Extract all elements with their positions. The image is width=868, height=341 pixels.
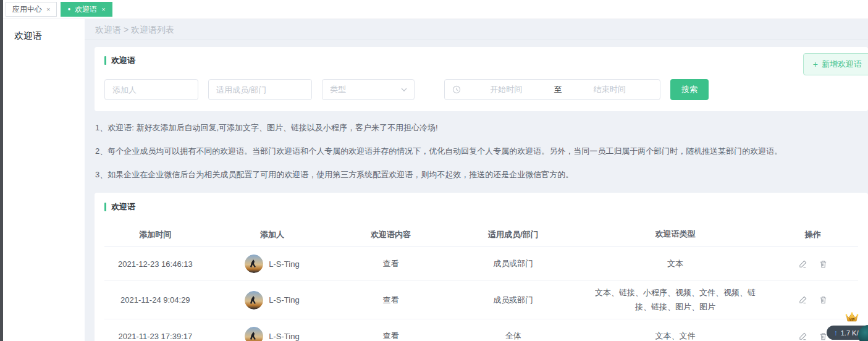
edit-icon[interactable] [798,295,807,305]
adder-name: L-S-Ting [269,332,299,341]
table-header-row: 添加时间 添加人 欢迎语内容 适用成员/部门 欢迎语类型 操作 [104,222,858,247]
edit-icon[interactable] [798,259,807,269]
cell-type: 文本、文件 [583,329,768,341]
table-row: 2021-12-23 16:46:13 L-S-Ting 查看 成员或部门 文本 [104,247,858,281]
cell-time: 2021-11-23 17:39:17 [104,332,206,341]
delete-icon[interactable] [819,295,828,305]
filter-row: 类型 开始时间 至 结束时间 搜索 [104,79,858,100]
edit-icon[interactable] [798,332,807,341]
filter-section-title: 欢迎语 [104,55,858,66]
start-time-placeholder: 开始时间 [463,84,549,95]
filter-card: 欢迎语 + 新增欢迎语 类型 [95,47,868,111]
tab-label: 欢迎语 [75,4,97,15]
chevron-down-icon [400,86,408,93]
note-line: 3、如果企业在企业微信后台为相关成员配置了可用的欢迎语，使用第三方系统配置欢迎语… [95,169,868,180]
active-dot-icon: ● [67,7,70,12]
cell-time: 2021-12-23 16:46:13 [104,259,206,269]
tab-label: 应用中心 [12,4,42,15]
col-header-type: 欢迎语类型 [583,227,768,241]
filter-section-title-text: 欢迎语 [111,55,135,66]
view-content-link[interactable]: 查看 [338,330,444,341]
cell-scope: 成员或部门 [444,258,583,269]
cell-time: 2021-11-24 9:04:29 [104,295,206,305]
adder-name: L-S-Ting [269,259,299,269]
welcome-message-table: 添加时间 添加人 欢迎语内容 适用成员/部门 欢迎语类型 操作 2021-12-… [104,222,858,341]
cell-type: 文本 [583,257,768,271]
close-icon[interactable]: × [46,6,50,13]
sidebar: 欢迎语 [3,19,85,341]
tab-welcome-message[interactable]: ● 欢迎语 × [61,2,112,17]
tab-app-center[interactable]: 应用中心 × [6,2,57,17]
col-header-actions: 操作 [768,229,858,240]
cell-scope: 全体 [444,330,583,341]
cell-adder: L-S-Ting [206,291,339,309]
clock-icon [452,85,461,94]
add-welcome-message-button[interactable]: + 新增欢迎语 [803,53,868,75]
upload-arrow-icon: ↑ [834,329,838,337]
avatar [245,327,263,341]
date-range-separator: 至 [549,84,567,95]
title-accent-bar [104,203,106,211]
delete-icon[interactable] [819,259,828,269]
cell-adder: L-S-Ting [206,327,339,341]
table-row: 2021-11-24 9:04:29 L-S-Ting 查看 成员或部门 文本、… [104,281,858,319]
breadcrumb: 欢迎语 > 欢迎语列表 [85,19,868,40]
title-accent-bar [104,56,106,65]
cell-type: 文本、链接、小程序、视频、文件、视频、链接、链接、图片、图片 [583,286,768,313]
note-line: 2、每个企业成员均可以拥有不同的欢迎语。当部门欢迎语和个人专属的欢迎语并存的情况… [95,146,868,157]
svg-text:VIP: VIP [849,318,855,321]
end-time-placeholder: 结束时间 [567,84,653,95]
cell-scope: 成员或部门 [444,295,583,306]
main-content: 欢迎语 > 欢迎语列表 欢迎语 + 新增欢迎语 类型 [85,19,868,341]
help-notes: 1、欢迎语: 新好友添加后自动回复,可添加文字、图片、链接以及小程序，客户来了不… [95,122,868,180]
col-header-scope: 适用成员/部门 [444,229,583,240]
speed-overlay-widget[interactable]: VIP ↑ 1.7 K/s [819,313,868,341]
table-card: 欢迎语 添加时间 添加人 欢迎语内容 适用成员/部门 欢迎语类型 操作 2021… [95,193,868,341]
type-select-placeholder: 类型 [330,84,346,95]
app-root: 应用中心 × ● 欢迎语 × 欢迎语 欢迎语 > 欢迎语列表 欢迎语 + [3,0,868,341]
tab-bar: 应用中心 × ● 欢迎语 × [3,0,868,19]
col-header-time: 添加时间 [104,229,206,240]
plus-icon: + [813,60,818,69]
avatar [245,291,263,309]
sidebar-item-welcome-message[interactable]: 欢迎语 [3,30,85,42]
adder-input[interactable] [104,79,198,100]
view-content-link[interactable]: 查看 [338,295,444,306]
window-edge [0,0,3,341]
search-button[interactable]: 搜索 [670,79,709,100]
cell-actions [768,295,858,305]
member-department-input[interactable] [208,79,312,100]
avatar [245,255,263,273]
crown-vip-icon: VIP [845,311,859,326]
cell-adder: L-S-Ting [206,255,339,273]
adder-name: L-S-Ting [269,295,299,305]
table-section-title-text: 欢迎语 [111,201,135,213]
col-header-content: 欢迎语内容 [338,229,444,240]
col-header-adder: 添加人 [206,229,339,240]
table-row: 2021-11-23 17:39:17 L-S-Ting 查看 全体 文本、文件 [104,319,858,341]
note-line: 1、欢迎语: 新好友添加后自动回复,可添加文字、图片、链接以及小程序，客户来了不… [95,122,868,133]
table-section-title: 欢迎语 [104,201,858,213]
add-button-label: 新增欢迎语 [822,59,862,70]
cell-actions [768,259,858,269]
view-content-link[interactable]: 查看 [338,258,444,269]
date-range-picker[interactable]: 开始时间 至 结束时间 [444,79,660,100]
close-icon[interactable]: × [101,6,105,13]
type-select[interactable]: 类型 [322,79,415,100]
